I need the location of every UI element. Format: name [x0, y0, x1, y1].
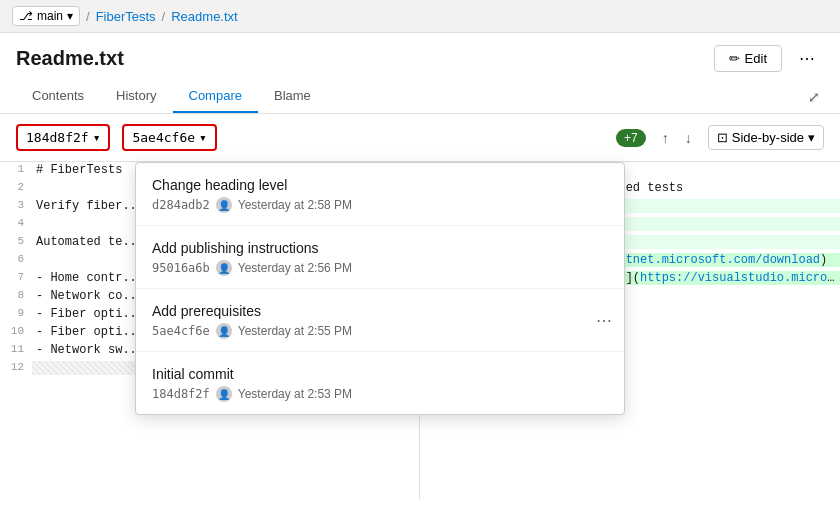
commit-title-3: Add prerequisites — [152, 303, 608, 319]
line-number: 4 — [0, 217, 32, 229]
avatar-2: 👤 — [216, 260, 232, 276]
expand-icon[interactable]: ⤢ — [804, 85, 824, 109]
commit-time-1: Yesterday at 2:58 PM — [238, 198, 352, 212]
line-number: 12 — [0, 361, 32, 373]
more-dots-icon[interactable]: ⋯ — [596, 311, 612, 330]
commit-dropdown: Change heading level d284adb2 👤 Yesterda… — [135, 162, 625, 415]
edit-button[interactable]: ✏ Edit — [714, 45, 782, 72]
branch-name: main — [37, 9, 63, 23]
breadcrumb-file[interactable]: Readme.txt — [171, 9, 237, 24]
breadcrumb-sep-1: / — [86, 9, 90, 24]
breadcrumb-sep-2: / — [162, 9, 166, 24]
chevron-down-icon-2: ▾ — [199, 130, 207, 145]
commit-title-4: Initial commit — [152, 366, 608, 382]
commit1-select[interactable]: 184d8f2f ▾ — [16, 124, 110, 151]
commit2-select[interactable]: 5ae4cf6e ▾ — [122, 124, 216, 151]
main-content: 1 # FiberTests 2 3 Verify fiber... 4 5 A… — [0, 162, 840, 500]
commit-time-2: Yesterday at 2:56 PM — [238, 261, 352, 275]
line-number: 7 — [0, 271, 32, 283]
commit2-hash: 5ae4cf6e — [132, 130, 195, 145]
nav-arrows: ↑ ↓ — [658, 128, 696, 148]
commit-meta-4: 184d8f2f 👤 Yesterday at 2:53 PM — [152, 386, 608, 402]
commit-title-2: Add publishing instructions — [152, 240, 608, 256]
edit-label: Edit — [745, 51, 767, 66]
view-mode-label: Side-by-side — [732, 130, 804, 145]
commit1-hash: 184d8f2f — [26, 130, 89, 145]
commit-hash-1: d284adb2 — [152, 198, 210, 212]
commit-time-4: Yesterday at 2:53 PM — [238, 387, 352, 401]
chevron-down-icon-3: ▾ — [808, 130, 815, 145]
view-mode-select[interactable]: ⊡ Side-by-side ▾ — [708, 125, 824, 150]
commit-hash-4: 184d8f2f — [152, 387, 210, 401]
dropdown-item-3[interactable]: Add prerequisites 5ae4cf6e 👤 Yesterday a… — [136, 289, 624, 352]
commit-hash-3: 5ae4cf6e — [152, 324, 210, 338]
pencil-icon: ✏ — [729, 51, 740, 66]
commit-meta-3: 5ae4cf6e 👤 Yesterday at 2:55 PM — [152, 323, 608, 339]
arrow-up-icon[interactable]: ↑ — [658, 128, 673, 148]
side-by-side-icon: ⊡ — [717, 130, 728, 145]
line-number: 8 — [0, 289, 32, 301]
line-number: 5 — [0, 235, 32, 247]
page-header: Readme.txt ✏ Edit ⋯ — [0, 33, 840, 80]
git-branch-icon: ⎇ — [19, 9, 33, 23]
header-actions: ✏ Edit ⋯ — [714, 43, 824, 74]
page-title: Readme.txt — [16, 47, 124, 70]
line-number: 1 — [0, 163, 32, 175]
chevron-down-icon: ▾ — [67, 9, 73, 23]
compare-bar: 184d8f2f ▾ 5ae4cf6e ▾ +7 ↑ ↓ ⊡ Side-by-s… — [0, 114, 840, 162]
avatar-4: 👤 — [216, 386, 232, 402]
tab-contents[interactable]: Contents — [16, 80, 100, 113]
diff-badge: +7 — [616, 129, 646, 147]
line-number: 3 — [0, 199, 32, 211]
tabs-left: Contents History Compare Blame — [16, 80, 327, 113]
tabs-bar: Contents History Compare Blame ⤢ — [0, 80, 840, 114]
top-bar: ⎇ main ▾ / FiberTests / Readme.txt — [0, 0, 840, 33]
tab-blame[interactable]: Blame — [258, 80, 327, 113]
commit-title-1: Change heading level — [152, 177, 608, 193]
line-number: 6 — [0, 253, 32, 265]
commit-hash-2: 95016a6b — [152, 261, 210, 275]
dropdown-item-4[interactable]: Initial commit 184d8f2f 👤 Yesterday at 2… — [136, 352, 624, 414]
avatar-3: 👤 — [216, 323, 232, 339]
tab-history[interactable]: History — [100, 80, 172, 113]
avatar-1: 👤 — [216, 197, 232, 213]
branch-button[interactable]: ⎇ main ▾ — [12, 6, 80, 26]
commit-meta-1: d284adb2 👤 Yesterday at 2:58 PM — [152, 197, 608, 213]
line-number: 11 — [0, 343, 32, 355]
more-button[interactable]: ⋯ — [790, 43, 824, 74]
dropdown-item-2[interactable]: Add publishing instructions 95016a6b 👤 Y… — [136, 226, 624, 289]
dropdown-item-1[interactable]: Change heading level d284adb2 👤 Yesterda… — [136, 163, 624, 226]
commit-time-3: Yesterday at 2:55 PM — [238, 324, 352, 338]
breadcrumb-repo[interactable]: FiberTests — [96, 9, 156, 24]
tab-compare[interactable]: Compare — [173, 80, 258, 113]
line-number: 9 — [0, 307, 32, 319]
chevron-down-icon-1: ▾ — [93, 130, 101, 145]
line-number: 10 — [0, 325, 32, 337]
commit-meta-2: 95016a6b 👤 Yesterday at 2:56 PM — [152, 260, 608, 276]
arrow-down-icon[interactable]: ↓ — [681, 128, 696, 148]
line-number: 2 — [0, 181, 32, 193]
